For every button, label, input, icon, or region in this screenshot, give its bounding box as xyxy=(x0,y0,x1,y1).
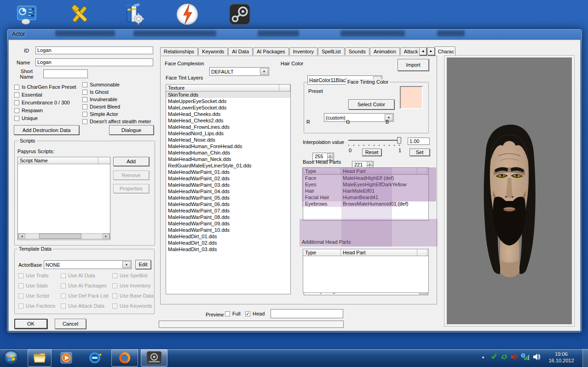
taskbar-media-player-button[interactable] xyxy=(58,350,75,365)
checkbox-use-inventory[interactable]: Use Inventory xyxy=(112,283,153,288)
face-tint-row[interactable]: MaleHead_Nose.dds xyxy=(166,137,290,143)
head-part-column-header[interactable]: Head Part xyxy=(341,249,417,256)
actorbase-edit-button[interactable]: Edit xyxy=(135,260,151,269)
ok-button[interactable]: OK xyxy=(14,319,47,329)
preview-full-checkbox[interactable]: Full xyxy=(225,311,241,316)
chevron-down-icon[interactable]: ▼ xyxy=(122,261,131,268)
checkbox-use-base-data[interactable]: Use Base Data xyxy=(112,293,153,298)
tray-volume-icon[interactable] xyxy=(533,353,541,361)
script-remove-button[interactable]: Remove xyxy=(113,171,149,180)
tab-inventory[interactable]: Inventory xyxy=(289,47,317,55)
tab-spelllist[interactable]: SpellList xyxy=(318,47,345,55)
tray-audio-manager-icon[interactable] xyxy=(511,353,518,361)
desktop-icon-system-panel[interactable] xyxy=(15,3,38,26)
tab-ai-packages[interactable]: AI Packages xyxy=(253,47,289,55)
checkbox-respawn[interactable]: Respawn xyxy=(14,108,76,113)
tab-keywords[interactable]: Keywords xyxy=(198,47,228,55)
face-tint-row[interactable]: MaleHeadHuman_ForeHead.dds xyxy=(166,143,290,149)
texture-column-header[interactable]: Texture xyxy=(166,85,279,91)
desktop-icon-library-books[interactable] xyxy=(121,2,146,27)
name-input[interactable]: Logan xyxy=(35,58,153,66)
desktop-icon-steam[interactable] xyxy=(227,2,252,27)
face-tint-row[interactable]: MaleHeadWarPaint_05.dds xyxy=(166,195,290,201)
preview-head-checkbox[interactable]: ✓ Head xyxy=(245,311,265,316)
face-tint-row[interactable]: MaleHeadWarPaint_04.dds xyxy=(166,188,290,195)
tab-animation[interactable]: Animation xyxy=(370,47,400,55)
face-tint-row[interactable]: MaleHeadWarPaint_01.dds xyxy=(166,169,290,175)
face-tint-row[interactable]: MaleHeadDirt_01.dds xyxy=(166,233,290,240)
tray-sync-icon[interactable] xyxy=(501,353,508,361)
head-part-row[interactable]: Eyes MaleEyesHighElfDarkYellow xyxy=(303,181,428,188)
script-add-button[interactable]: Add xyxy=(113,157,149,166)
head-part-row[interactable]: Face MaleHeadHighElf (def) xyxy=(303,175,428,181)
face-tint-row[interactable]: MaleLowerEyeSocket.dds xyxy=(166,104,290,111)
tab-scroll-left-button[interactable]: ◄ xyxy=(419,47,427,55)
tab-ai-data[interactable]: AI Data xyxy=(228,47,253,55)
face-tint-row[interactable]: MaleHead_Cheeks.dds xyxy=(166,111,290,117)
scroll-thumb[interactable] xyxy=(39,234,81,239)
interpolation-value-input[interactable]: 1.00 xyxy=(408,138,430,145)
face-tint-row[interactable]: MaleHeadWarPaint_06.dds xyxy=(166,201,290,207)
face-tint-row[interactable]: MaleHeadHuman_Chin.dds xyxy=(166,149,290,156)
tray-network-signal-icon[interactable] xyxy=(521,353,529,361)
preset-combo[interactable]: (custom) ▼ xyxy=(324,113,394,122)
script-name-column-header[interactable]: Script Name xyxy=(18,157,98,164)
checkbox-use-factions[interactable]: Use Factions xyxy=(18,303,61,309)
additional-head-parts-table[interactable]: Type Head Part xyxy=(303,249,429,293)
face-tint-row[interactable]: MaleUpperEyeSocket.dds xyxy=(166,98,290,104)
tray-clock[interactable]: 19:06 16.10.2012 xyxy=(543,351,580,364)
face-tint-row[interactable]: MaleHeadWarPaint_03.dds xyxy=(166,182,290,188)
actorbase-combo[interactable]: NONE ▼ xyxy=(44,260,132,269)
interpolation-slider-thumb[interactable] xyxy=(397,137,401,144)
scroll-left-arrow[interactable]: ◄ xyxy=(18,234,25,239)
checkbox-use-traits[interactable]: Use Traits xyxy=(18,273,61,278)
checkbox-use-keywords[interactable]: Use Keywords xyxy=(112,303,153,309)
face-tint-row[interactable]: MaleHeadWarPaint_09.dds xyxy=(166,220,290,227)
face-tint-row[interactable]: MaleHead_Cheeks2.dds xyxy=(166,117,290,124)
face-tint-row[interactable]: MaleHeadHuman_Neck.dds xyxy=(166,156,290,162)
checkbox-use-ai-data[interactable]: Use AI Data xyxy=(61,273,112,278)
desktop-icon-creation-kit-tools[interactable] xyxy=(68,3,91,26)
checkbox-invulnerable[interactable]: Invulnerable xyxy=(82,97,151,102)
checkbox-use-stats[interactable]: Use Stats xyxy=(18,283,61,288)
cancel-button[interactable]: Cancel xyxy=(55,319,86,329)
script-list[interactable]: Script Name xyxy=(17,157,110,240)
face-tint-row[interactable]: MaleHeadWarPaint_07.dds xyxy=(166,207,290,214)
checkbox-use-def-pack-list[interactable]: Use Def Pack List xyxy=(61,293,112,298)
checkbox-encumbrance-0-300[interactable]: Encumbrance 0 / 300 xyxy=(14,100,76,105)
blank-column-header[interactable] xyxy=(417,249,427,256)
tab-charac[interactable]: Charac xyxy=(434,46,455,55)
face-tint-row[interactable]: MaleHead_FrownLines.dds xyxy=(166,124,290,130)
script-properties-button[interactable]: Properties xyxy=(113,184,149,193)
import-button[interactable]: Import xyxy=(398,59,429,71)
select-color-button[interactable]: Select Color xyxy=(348,99,394,109)
checkbox-use-ai-packages[interactable]: Use AI Packages xyxy=(61,283,112,288)
checkbox-summonable[interactable]: Summonable xyxy=(82,82,151,87)
taskbar-creation-kit-button[interactable] xyxy=(141,349,167,367)
base-head-parts-table[interactable]: Type Head Part Face MaleHeadHighElf (def… xyxy=(303,167,429,221)
tab-relationships[interactable]: Relationships xyxy=(160,47,198,55)
add-destruction-data-button[interactable]: Add Destruction Data xyxy=(14,125,79,135)
chevron-down-icon[interactable]: ▼ xyxy=(260,68,268,75)
tray-antivirus-icon[interactable] xyxy=(490,353,498,361)
face-complexion-combo[interactable]: DEFAULT ▼ xyxy=(209,67,269,76)
show-desktop-button[interactable] xyxy=(582,349,588,367)
checkbox-unique[interactable]: Unique xyxy=(14,115,76,121)
desktop-icon-daemon-tools[interactable] xyxy=(175,2,200,27)
checkbox-simple-actor[interactable]: Simple Actor xyxy=(82,111,151,117)
id-input[interactable]: Logan xyxy=(35,46,153,54)
face-tint-row[interactable]: RedGuardMaleEyeLinerStyle_01.dds xyxy=(166,162,290,169)
checkbox-use-spelllist[interactable]: Use Spelllist xyxy=(112,273,153,278)
checkbox-is-ghost[interactable]: Is Ghost xyxy=(82,89,151,95)
face-tint-row[interactable]: MaleHeadNord_Lips.dds xyxy=(166,130,290,137)
tray-expand-icon[interactable]: ▲ xyxy=(481,354,485,361)
head-part-row[interactable]: Eyebrows BrowsMaleHumanoid01 (def) xyxy=(303,201,428,207)
face-tint-row[interactable]: MaleHeadDirt_03.dds xyxy=(166,246,290,252)
taskbar-internet-explorer-button[interactable] xyxy=(86,350,103,365)
type-column-header[interactable]: Type xyxy=(303,168,341,174)
dialogue-button[interactable]: Dialogue xyxy=(109,125,154,135)
tab-sounds[interactable]: Sounds xyxy=(345,47,369,55)
face-tint-row[interactable]: MaleHeadWarPaint_08.dds xyxy=(166,214,290,220)
face-tint-row[interactable]: MaleHeadWarPaint_10.dds xyxy=(166,227,290,233)
interpolation-slider-track[interactable] xyxy=(348,140,399,141)
